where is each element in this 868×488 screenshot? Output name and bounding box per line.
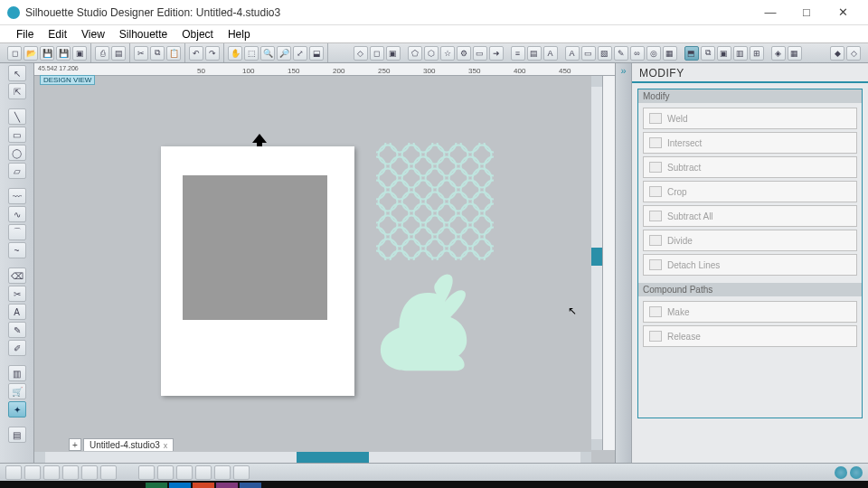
tray-onedrive-icon[interactable]: ☁ — [683, 483, 704, 488]
make-compound-button[interactable]: Make — [643, 301, 857, 323]
knife-icon[interactable]: ✎ — [614, 46, 628, 61]
explorer-icon[interactable]: 📁 — [99, 483, 120, 488]
cut-button[interactable]: ✂ — [134, 46, 148, 61]
shape-add-icon[interactable]: ◻ — [370, 46, 384, 61]
minimize-button[interactable]: — — [752, 2, 788, 23]
grey-square-shape[interactable] — [183, 175, 327, 320]
ellipse-tool[interactable]: ◯ — [8, 145, 26, 161]
layers-icon[interactable]: ▭ — [581, 46, 596, 61]
polygon-tool[interactable]: ▱ — [8, 163, 26, 179]
text-style-icon[interactable]: A — [543, 46, 558, 61]
undo-button[interactable]: ↶ — [189, 46, 203, 61]
knife-tool[interactable]: ✂ — [8, 286, 26, 302]
zoom-extents-button[interactable]: ⤢ — [293, 46, 307, 61]
smooth-tool[interactable]: ~ — [8, 242, 26, 258]
draw-star-icon[interactable]: ☆ — [440, 46, 455, 61]
align-left-icon[interactable]: ≡ — [511, 46, 525, 61]
fill-shade-button[interactable] — [81, 465, 98, 480]
mail-icon[interactable]: ✉ — [357, 483, 379, 488]
bunny-shape[interactable] — [371, 273, 488, 378]
onenote-icon[interactable]: N — [216, 483, 238, 488]
library-button[interactable]: ▥ — [8, 365, 26, 381]
draw-hexagon-icon[interactable]: ⬡ — [424, 46, 439, 61]
lace-pattern-shape[interactable] — [376, 143, 494, 260]
photos-icon[interactable]: 🖼 — [334, 483, 355, 488]
trace-icon[interactable]: ▦ — [663, 46, 677, 61]
zoom-in-button[interactable]: 🔍 — [260, 46, 275, 61]
firefox-icon[interactable]: 🦊 — [263, 483, 285, 488]
intersect-button[interactable]: Intersect — [643, 132, 857, 154]
rect-tool[interactable]: ▭ — [8, 127, 26, 143]
tray-msg-icon[interactable]: 💬 — [805, 483, 826, 488]
grid-icon[interactable]: ⊞ — [750, 46, 764, 61]
panel-collapse-button[interactable]: » — [615, 63, 631, 463]
fill-color-button[interactable] — [24, 465, 41, 480]
registration-icon[interactable]: ◈ — [771, 46, 786, 61]
detach-lines-button[interactable]: Detach Lines — [643, 254, 857, 276]
shape-select-icon[interactable]: ◇ — [354, 46, 368, 61]
draw-rect-icon[interactable]: ▭ — [473, 46, 487, 61]
menu-view[interactable]: View — [74, 26, 112, 42]
close-button[interactable]: ✕ — [825, 2, 861, 23]
pan-button[interactable]: ✋ — [228, 46, 242, 61]
zoom-reset-button[interactable]: ⬓ — [309, 46, 324, 61]
line-tool[interactable]: ╲ — [8, 108, 26, 125]
extra-button[interactable] — [233, 465, 250, 480]
effects-b-icon[interactable]: ◇ — [846, 46, 861, 61]
doc-tab[interactable]: Untitled-4.studio3 x — [83, 438, 174, 451]
store-button[interactable]: 🛒 — [8, 383, 26, 399]
fill-pattern-button[interactable] — [62, 465, 79, 480]
start-button[interactable]: ⊞ — [5, 483, 26, 488]
tray-up-icon[interactable]: ^ — [658, 483, 680, 488]
outlook-icon[interactable]: O — [169, 483, 191, 488]
line-icon[interactable]: ▥ — [733, 46, 748, 61]
divide-button[interactable]: Divide — [643, 230, 857, 251]
eraser-tool[interactable]: ⌫ — [8, 267, 26, 284]
arc-tool[interactable]: ⌒ — [8, 224, 26, 240]
skype-icon[interactable]: S — [451, 483, 473, 488]
excel-icon[interactable]: X — [146, 483, 167, 488]
open-button[interactable]: 📂 — [24, 46, 38, 61]
text-tool[interactable]: A — [8, 304, 26, 320]
menu-object[interactable]: Object — [175, 26, 221, 42]
tray-network-icon[interactable]: 📶 — [707, 483, 729, 488]
send-silhouette-button[interactable]: ✦ — [8, 401, 26, 418]
curve-tool[interactable]: ∿ — [8, 206, 26, 222]
close-tab-button[interactable]: x — [164, 441, 168, 450]
app-icon-6[interactable]: ◐ — [475, 483, 496, 488]
tray-lang-icon[interactable]: ⌨ — [780, 483, 802, 488]
offset-icon[interactable]: ◎ — [646, 46, 661, 61]
draw-arrow-icon[interactable]: ➜ — [489, 46, 504, 61]
canvas[interactable]: ↖ — [34, 76, 615, 463]
tray-battery-icon[interactable]: 🔋 — [731, 483, 753, 488]
subtract-all-button[interactable]: Subtract All — [643, 205, 857, 227]
print-button[interactable]: ⎙ — [95, 46, 109, 61]
weld-button[interactable]: Weld — [643, 108, 857, 129]
replicate-icon[interactable]: ⧉ — [701, 46, 715, 61]
menu-file[interactable]: File — [9, 26, 41, 42]
vertical-scrollbar[interactable] — [591, 76, 602, 450]
crop-button[interactable]: Crop — [643, 181, 857, 202]
draw-note-tool[interactable]: ✎ — [8, 322, 26, 338]
redo-button[interactable]: ↷ — [205, 46, 220, 61]
store-icon[interactable]: 🛍 — [122, 483, 144, 488]
menu-silhouette[interactable]: Silhouette — [112, 26, 175, 42]
tray-volume-icon[interactable]: 🔊 — [756, 483, 778, 488]
app-icon-3[interactable]: ▪ — [381, 483, 402, 488]
zoom-out-button[interactable]: 🔎 — [277, 46, 291, 61]
line-dash-button[interactable] — [157, 465, 174, 480]
subtract-button[interactable]: Subtract — [643, 156, 857, 178]
menu-edit[interactable]: Edit — [41, 26, 74, 42]
fill-icon[interactable]: ▣ — [717, 46, 731, 61]
text-align-icon[interactable]: A — [565, 46, 580, 61]
select-tool[interactable]: ↖ — [8, 65, 26, 81]
app-icon-2[interactable]: ● — [310, 483, 332, 488]
paste-button[interactable]: 📋 — [166, 46, 181, 61]
page-mat[interactable] — [161, 146, 354, 396]
hscroll-thumb[interactable] — [297, 452, 369, 463]
app-icon-4[interactable]: ^ — [404, 483, 426, 488]
transform-icon[interactable]: ▧ — [598, 46, 612, 61]
task-view-icon[interactable]: ▢ — [52, 483, 73, 488]
page-setup-icon[interactable]: ▦ — [788, 46, 802, 61]
zoom-select-button[interactable]: ⬚ — [244, 46, 259, 61]
